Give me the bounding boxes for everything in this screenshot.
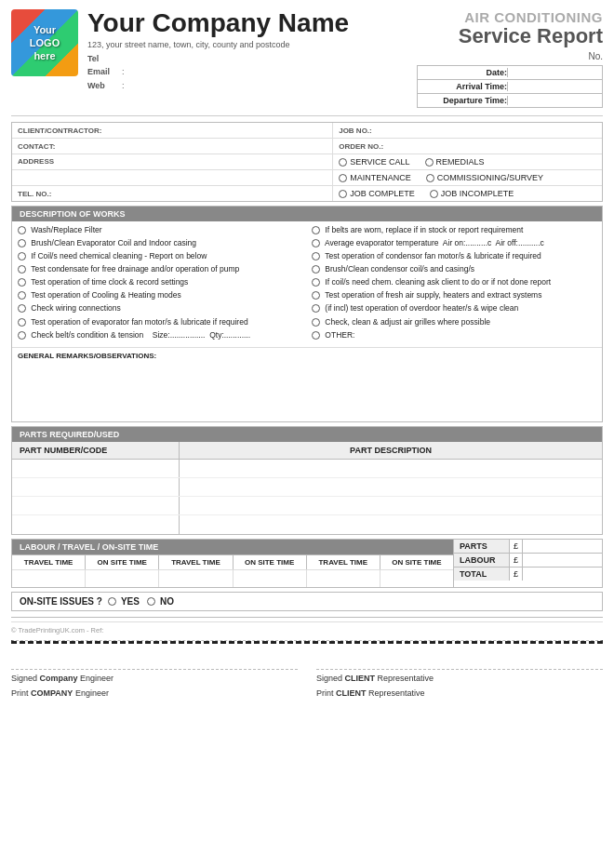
total-value[interactable] <box>523 568 602 581</box>
print-client-label: Print CLIENT Representative <box>316 688 603 698</box>
maintenance-radio[interactable] <box>339 174 347 182</box>
onsite-val-2[interactable] <box>234 570 307 587</box>
remedials-radio[interactable] <box>425 158 434 167</box>
labour-totals: PARTS £ LABOUR £ TOTAL £ <box>453 540 602 587</box>
sig-company-line[interactable] <box>11 651 298 670</box>
onsite-label-1: ON SITE TIME <box>87 558 156 567</box>
report-title-ac: AIR CONDITIONING <box>417 9 603 25</box>
parts-row <box>12 515 602 534</box>
commissioning-option[interactable]: COMMISSIONING/SURVEY <box>426 173 543 182</box>
check-radio-r1[interactable] <box>312 239 320 247</box>
print-client-title: Representative <box>368 688 425 698</box>
web-row: Web : <box>87 79 417 92</box>
check-radio-r6[interactable] <box>312 304 320 313</box>
check-label-l1: Brush/Clean Evaporator Coil and Indoor c… <box>29 238 196 248</box>
onsite-val-3[interactable] <box>380 570 453 587</box>
check-radio-r2[interactable] <box>312 252 320 260</box>
arrival-value[interactable] <box>507 82 596 91</box>
commissioning-radio[interactable] <box>426 174 434 182</box>
travel-col-2: TRAVEL TIME <box>159 555 233 569</box>
travel-val-3[interactable] <box>307 570 380 587</box>
service-call-radio[interactable] <box>339 158 347 167</box>
onsite-label: ON-SITE ISSUES ? <box>20 596 102 607</box>
check-radio-r3[interactable] <box>312 265 320 274</box>
web-label: Web <box>87 79 117 92</box>
company-contacts: Tel Email : Web : <box>87 52 417 92</box>
sig-client-line[interactable] <box>316 651 603 670</box>
job-incomplete-radio[interactable] <box>430 190 438 198</box>
contact-cell: CONTACT: <box>12 139 333 154</box>
report-header: AIR CONDITIONING Service Report No. Date… <box>417 9 603 108</box>
sig-client-signed: Signed <box>316 674 342 683</box>
time-values-row <box>12 569 453 587</box>
labour-total-row: LABOUR £ <box>454 554 602 568</box>
header: Your LOGO here Your Company Name 123, yo… <box>11 9 603 116</box>
sig-client-title: Representative <box>378 674 434 683</box>
job-complete-radio[interactable] <box>339 190 347 198</box>
check-label-r5: Test operation of fresh air supply, heat… <box>323 290 541 300</box>
remedials-option[interactable]: REMEDIALS <box>425 157 485 167</box>
parts-total-value[interactable] <box>523 540 602 553</box>
description-header: DESCRIPTION OF WORKS <box>12 207 602 221</box>
check-radio-l4[interactable] <box>18 278 26 287</box>
logo-line3: here <box>33 49 55 62</box>
parts-desc-4[interactable] <box>180 515 602 534</box>
logo-line1: Your <box>33 23 56 36</box>
labour-section: LABOUR / TRAVEL / ON-SITE TIME TRAVEL TI… <box>11 539 603 588</box>
print-company-label: Print COMPANY Engineer <box>11 688 298 698</box>
job-incomplete-option[interactable]: JOB INCOMPLETE <box>430 189 514 198</box>
parts-number-1[interactable] <box>12 460 180 477</box>
parts-total-label: PARTS <box>454 540 510 553</box>
footer-divider <box>11 617 603 618</box>
travel-val-1[interactable] <box>12 570 86 587</box>
parts-desc-1[interactable] <box>180 460 602 477</box>
check-radio-r0[interactable] <box>312 226 320 234</box>
sig-company-role: Company <box>40 674 78 683</box>
check-radio-r7[interactable] <box>312 318 320 327</box>
parts-number-2[interactable] <box>12 478 180 496</box>
checklist-item: (if incl) test operation of overdoor hea… <box>312 303 596 314</box>
date-value[interactable] <box>507 68 596 77</box>
departure-value[interactable] <box>507 96 596 105</box>
departure-row: Departure Time: <box>418 94 602 107</box>
check-label-r8: OTHER: <box>323 330 354 341</box>
check-radio-l0[interactable] <box>18 226 26 234</box>
check-radio-r5[interactable] <box>312 291 320 300</box>
tel-address-row: TEL. NO.: JOB COMPLETE JOB INCOMPLETE <box>12 186 602 201</box>
check-radio-l5[interactable] <box>18 291 26 300</box>
check-radio-l1[interactable] <box>18 239 26 247</box>
check-label-r2: Test operation of condensor fan motor/s … <box>323 251 541 261</box>
check-radio-r4[interactable] <box>312 278 320 287</box>
job-no-cell: JOB NO.: <box>333 123 602 138</box>
parts-number-4[interactable] <box>12 515 180 534</box>
address-cell-2 <box>12 170 333 185</box>
parts-number-3[interactable] <box>12 497 180 514</box>
sig-company-block: Signed Company Engineer Print COMPANY En… <box>11 651 298 698</box>
check-radio-l6[interactable] <box>18 304 26 313</box>
check-radio-l3[interactable] <box>18 265 26 274</box>
travel-val-2[interactable] <box>159 570 233 587</box>
sig-client-label: Signed CLIENT Representative <box>316 674 603 683</box>
checklist-item: Brush/Clean condensor coil/s and casing/… <box>312 264 596 274</box>
company-name: Your Company Name <box>87 9 417 38</box>
check-radio-l2[interactable] <box>18 252 26 260</box>
job-type-cell-1: SERVICE CALL REMEDIALS <box>333 154 602 169</box>
onsite-yes-radio[interactable] <box>108 597 116 606</box>
parts-desc-2[interactable] <box>180 478 602 496</box>
parts-desc-3[interactable] <box>180 497 602 514</box>
service-call-option[interactable]: SERVICE CALL <box>339 157 409 167</box>
job-complete-option[interactable]: JOB COMPLETE <box>339 189 415 198</box>
maintenance-option[interactable]: MAINTENANCE <box>339 173 411 182</box>
sig-client-block: Signed CLIENT Representative Print CLIEN… <box>316 651 603 698</box>
labour-total-value[interactable] <box>523 554 602 567</box>
check-label-r4: If coil/s need chem. cleaning ask client… <box>323 277 551 287</box>
check-radio-l8[interactable] <box>18 331 26 340</box>
check-radio-l7[interactable] <box>18 318 26 327</box>
onsite-val-1[interactable] <box>86 570 159 587</box>
check-radio-r8[interactable] <box>312 331 320 340</box>
sig-client-role: CLIENT <box>345 674 376 683</box>
print-client-role: CLIENT <box>336 688 367 698</box>
onsite-section: ON-SITE ISSUES ? YES NO <box>11 592 603 611</box>
description-section: DESCRIPTION OF WORKS Wash/Replace Filter… <box>11 206 603 421</box>
onsite-no-radio[interactable] <box>147 597 155 606</box>
